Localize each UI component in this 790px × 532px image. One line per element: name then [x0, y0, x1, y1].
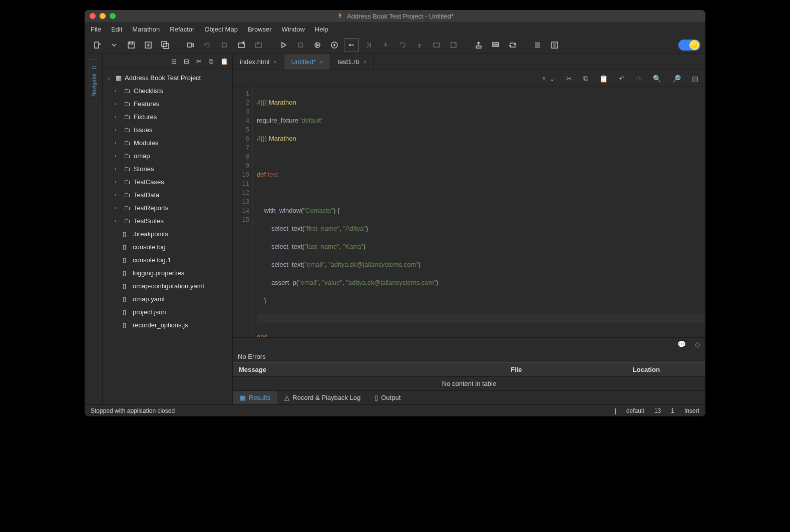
insert-button[interactable] [251, 38, 266, 52]
tab-index-html[interactable]: index.html× [233, 54, 284, 70]
loop-button[interactable] [505, 38, 520, 52]
menu-browser[interactable]: Browser [248, 26, 272, 33]
toggle-breakpoint-button[interactable] [344, 38, 359, 52]
folder-icon: 🗀 [124, 100, 131, 108]
clear-icon[interactable]: ◇ [695, 340, 700, 348]
save-all-button[interactable] [158, 38, 173, 52]
code-token: "value" [322, 279, 342, 286]
status-fixture[interactable]: default [626, 407, 644, 414]
report-button[interactable] [488, 38, 503, 52]
folder-modules[interactable]: ›🗀Modules [103, 136, 232, 149]
file-icon: ▯ [123, 230, 130, 238]
code-token: "first_name" [304, 225, 339, 232]
find-icon[interactable]: 🔍 [653, 75, 661, 83]
editor-paste-icon[interactable]: 📋 [599, 75, 608, 83]
folder-testdata[interactable]: ›🗀TestData [103, 188, 232, 201]
editor-cut-icon[interactable]: ✂ [566, 75, 572, 83]
properties-button[interactable] [547, 38, 562, 52]
collapse-icon[interactable]: ⊟ [184, 58, 189, 65]
step-out-button[interactable] [412, 38, 427, 52]
theme-toggle[interactable] [678, 40, 700, 51]
step-return-button[interactable] [395, 38, 410, 52]
editor-copy-icon[interactable]: ⧉ [583, 74, 588, 83]
settings-icon[interactable]: ▤ [692, 75, 698, 83]
new-dropdown-button[interactable] [107, 38, 122, 52]
pause-debug-button[interactable] [327, 38, 342, 52]
project-root[interactable]: ⌄ ▦ Address Book Test Project [103, 71, 232, 84]
code-token: ) { [333, 207, 339, 214]
tab-output[interactable]: ▯Output [367, 391, 408, 404]
save-button[interactable] [124, 38, 139, 52]
step-into-button[interactable] [378, 38, 393, 52]
folder-testreports[interactable]: ›🗀TestReports [103, 201, 232, 214]
code-content[interactable]: #{{{ Marathon require_fixture 'default' … [253, 87, 705, 337]
cut-icon[interactable]: ✂ [196, 58, 202, 65]
play-button[interactable] [276, 38, 291, 52]
save-as-button[interactable] [141, 38, 156, 52]
code-token: "Karra" [343, 243, 363, 250]
paste-icon[interactable]: 📋 [220, 58, 228, 65]
editor-redo-icon[interactable]: ↷ [636, 75, 642, 83]
file-project-json[interactable]: ▯project.json [103, 305, 232, 318]
undo-button[interactable] [200, 38, 215, 52]
warning-icon: △ [284, 394, 289, 401]
navigator-tab[interactable]: Navigator ▭ [90, 59, 97, 102]
tab-untitled[interactable]: Untitled*× [284, 54, 331, 70]
file-omap-yaml[interactable]: ▯omap.yaml [103, 292, 232, 305]
close-tab-icon[interactable]: × [320, 59, 323, 65]
file-logging-properties[interactable]: ▯logging.properties [103, 266, 232, 279]
file-console-log-1[interactable]: ▯console.log.1 [103, 253, 232, 266]
debug-button[interactable] [310, 38, 325, 52]
close-tab-icon[interactable]: × [363, 59, 366, 65]
folder-issues[interactable]: ›🗀Issues [103, 123, 232, 136]
project-tree[interactable]: ⌄ ▦ Address Book Test Project ›🗀Checklis… [103, 69, 232, 404]
menu-file[interactable]: File [91, 26, 101, 33]
extract-button[interactable] [446, 38, 461, 52]
copy-icon[interactable]: ⧉ [209, 58, 213, 66]
list-view-button[interactable] [530, 38, 545, 52]
tab-test1-rb[interactable]: test1.rb× [330, 54, 374, 70]
folder-testsuites[interactable]: ›🗀TestSuites [103, 214, 232, 227]
menu-window[interactable]: Window [282, 26, 305, 33]
folder-fixtures[interactable]: ›🗀Fixtures [103, 110, 232, 123]
file-console-log[interactable]: ▯console.log [103, 240, 232, 253]
search-dropdown-icon[interactable]: ⚬ ⌄ [541, 75, 555, 83]
tab-results[interactable]: ▦Results [233, 391, 277, 404]
stop-button[interactable] [217, 38, 232, 52]
maximize-window-button[interactable] [110, 13, 116, 19]
open-app-button[interactable] [234, 38, 249, 52]
col-message[interactable]: Message [233, 363, 446, 376]
code-editor[interactable]: 123456789101112131415 #{{{ Marathon requ… [233, 87, 705, 337]
export-button[interactable] [471, 38, 486, 52]
file-breakpoints[interactable]: ▯.breakpoints [103, 227, 232, 240]
col-file[interactable]: File [446, 363, 587, 376]
file-recorder-options[interactable]: ▯recorder_options.js [103, 318, 232, 331]
editor-undo-icon[interactable]: ↶ [619, 75, 625, 83]
menu-help[interactable]: Help [315, 26, 328, 33]
slow-play-button[interactable] [293, 38, 308, 52]
menu-edit[interactable]: Edit [111, 26, 122, 33]
folder-omap[interactable]: ›🗀omap [103, 149, 232, 162]
new-file-button[interactable] [90, 38, 105, 52]
expand-icon[interactable]: ⊞ [171, 58, 177, 65]
file-omap-configuration[interactable]: ▯omap-configuration.yaml [103, 279, 232, 292]
folder-checklists[interactable]: ›🗀Checklists [103, 84, 232, 97]
close-window-button[interactable] [90, 13, 96, 19]
folder-testcases[interactable]: ›🗀TestCases [103, 175, 232, 188]
comment-icon[interactable]: 💬 [677, 340, 686, 348]
chevron-right-icon: › [115, 127, 121, 133]
menu-marathon[interactable]: Marathon [132, 26, 160, 33]
close-tab-icon[interactable]: × [273, 59, 276, 65]
resume-button[interactable] [429, 38, 444, 52]
zoom-icon[interactable]: 🔎 [672, 75, 681, 83]
folder-stories[interactable]: ›🗀Stories [103, 162, 232, 175]
tab-record-log[interactable]: △Record & Playback Log [277, 391, 367, 404]
minimize-window-button[interactable] [100, 13, 106, 19]
menu-refactor[interactable]: Refactor [170, 26, 194, 33]
menu-object-map[interactable]: Object Map [204, 26, 237, 33]
svg-rect-10 [298, 43, 302, 47]
record-button[interactable] [183, 38, 198, 52]
col-location[interactable]: Location [587, 363, 705, 376]
step-over-button[interactable] [361, 38, 376, 52]
folder-features[interactable]: ›🗀Features [103, 97, 232, 110]
